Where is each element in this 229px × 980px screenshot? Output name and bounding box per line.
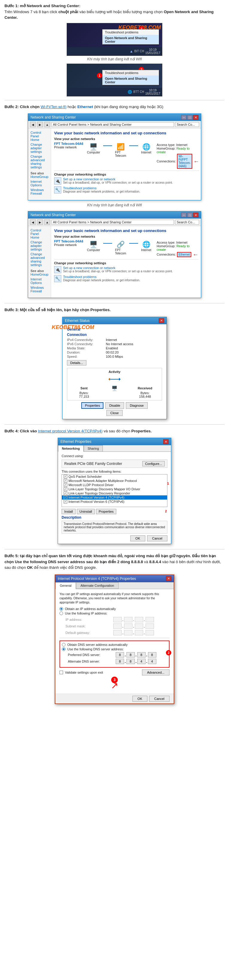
gw-box-4[interactable]	[146, 630, 154, 635]
sidebar-ieoptions-eth[interactable]: Internet Options	[30, 277, 48, 285]
ipv4-cancel-btn[interactable]: Cancel	[149, 696, 170, 702]
diagnose-button-eth[interactable]: Diagnose	[126, 402, 147, 409]
radio-use-following-ip[interactable]: Use the following IP address:	[59, 611, 170, 615]
connections-eth-link[interactable]: Ethernet	[177, 252, 191, 257]
troubleshoot-link-eth[interactable]: Troubleshoot problems	[63, 275, 140, 278]
pref-dns-1[interactable]	[116, 652, 124, 657]
menu-item-open-network[interactable]: Open Network and Sharing Center	[102, 35, 159, 44]
radio-dns-manual[interactable]: Use the following DNS server address:	[62, 648, 167, 651]
sidebar-panel-home-eth[interactable]: Control Panel Home	[30, 228, 48, 239]
validate-checkbox[interactable]	[59, 671, 63, 674]
eth-status-close-btn[interactable]: ✕	[159, 318, 164, 323]
maximize-button-eth[interactable]: □	[187, 213, 192, 217]
eth-status-titlebar: Ethernet Status ✕	[62, 317, 167, 324]
sidebar-adapter-wifi[interactable]: Change adapter settings	[30, 143, 48, 153]
checkbox-lltd-mapper[interactable]	[64, 487, 67, 491]
subnet-box-2[interactable]	[124, 624, 133, 629]
network-name-wifi[interactable]: FPT Telecom-04A6	[54, 142, 84, 145]
maximize-button-wifi[interactable]: □	[187, 115, 192, 120]
checkbox-qos[interactable]	[64, 475, 67, 478]
network-name-eth[interactable]: FPT Telecom-04A6	[54, 239, 84, 243]
sidebar-sharing-eth[interactable]: Change advanced sharing settings	[30, 252, 48, 267]
eth-props-close-btn[interactable]: ✕	[163, 439, 169, 444]
up-button-wifi[interactable]: ▲	[44, 122, 50, 127]
sidebar-firewall-eth[interactable]: Windows Firewall	[30, 286, 48, 293]
pref-dns-4[interactable]	[148, 652, 156, 657]
sidebar-homegroup-eth[interactable]: HomeGroup	[30, 273, 48, 276]
details-button[interactable]: Details...	[67, 360, 86, 366]
ipv4-close-btn[interactable]: ✕	[166, 576, 171, 581]
up-button-eth[interactable]: ▲	[44, 220, 50, 225]
tab-networking[interactable]: Networking	[58, 445, 84, 452]
troubleshoot-link[interactable]: Troubleshoot problems	[63, 186, 140, 190]
eth-status-body: General Connection IPv4 Connectivity: In…	[62, 324, 167, 419]
sidebar-panel-home-wifi[interactable]: Control Panel Home	[30, 131, 48, 142]
sidebar-sharing-wifi[interactable]: Change advanced sharing settings	[30, 155, 48, 169]
ip-addr-boxes: . . .	[113, 617, 154, 622]
checkbox-lldp[interactable]	[64, 483, 67, 487]
properties-button-eth[interactable]: Properties	[81, 402, 103, 409]
search-bar-wifi[interactable]: Search Co...	[175, 122, 199, 127]
ip-box-2[interactable]	[124, 617, 133, 622]
alt-dns-2[interactable]	[127, 659, 135, 664]
props-ok-btn[interactable]: OK	[130, 535, 145, 541]
setup-link-eth[interactable]: Set up a new connection or network	[63, 266, 173, 270]
checkbox-mnam[interactable]	[64, 479, 67, 482]
forward-button-wifi[interactable]: ▶	[37, 122, 43, 127]
setup-link[interactable]: Set up a new connection or network	[63, 177, 173, 181]
tab-sharing[interactable]: Sharing	[84, 445, 103, 452]
ip-box-1[interactable]	[113, 617, 122, 622]
pref-dns-2[interactable]	[127, 652, 135, 657]
connections-wifi-link[interactable]: Wi-Fi(FPT Telecom-04A6)	[177, 154, 192, 169]
back-button-wifi[interactable]: ◀	[30, 122, 36, 127]
menu-item-troubleshoot[interactable]: Troubleshoot problems	[102, 30, 159, 35]
ipv4-tab-general[interactable]: General	[55, 582, 76, 589]
back-button-eth[interactable]: ◀	[30, 220, 36, 225]
subnet-box-3[interactable]	[135, 624, 143, 629]
properties-button-props[interactable]: Properties	[96, 509, 116, 514]
nsc-titlebar-wifi: Network and Sharing Center ─ □ ✕	[28, 114, 201, 121]
ipv4-tab-alt[interactable]: Alternate Configuration	[76, 582, 119, 589]
gw-box-2[interactable]	[124, 630, 133, 635]
uninstall-button[interactable]: Uninstall	[77, 509, 95, 514]
advanced-button[interactable]: Advanced...	[142, 670, 170, 675]
radio-obtain-auto[interactable]: Obtain an IP address automatically	[59, 607, 170, 611]
minimize-button-wifi[interactable]: ─	[181, 115, 187, 120]
install-button[interactable]: Install	[62, 509, 76, 514]
minimize-button-eth[interactable]: ─	[181, 213, 187, 217]
checkbox-ipv6[interactable]	[64, 500, 67, 503]
search-bar-eth[interactable]: Search Co...	[175, 220, 199, 224]
sidebar-homegroup-wifi[interactable]: HomeGroup	[30, 175, 48, 178]
subnet-box-4[interactable]	[146, 624, 154, 629]
forward-button-eth[interactable]: ▶	[37, 220, 43, 225]
sidebar-firewall-wifi[interactable]: Windows Firewall	[30, 188, 48, 195]
eth-media-val: Enabled	[106, 346, 162, 350]
checkbox-lltd-resp[interactable]	[64, 492, 67, 495]
close-button-dialog[interactable]: Close	[106, 410, 123, 416]
ipv4-ok-btn[interactable]: OK	[133, 696, 147, 702]
list-item-ipv4[interactable]: Internet Protocol Version 4 (TCP/IPv4)	[62, 495, 167, 500]
radio-dns-auto[interactable]: Obtain DNS server address automatically	[62, 643, 167, 646]
alt-dns-1[interactable]	[116, 659, 124, 664]
menu-item-troubleshoot-2[interactable]: Troubleshoot problems	[102, 70, 159, 76]
checkbox-ipv4[interactable]	[64, 496, 67, 499]
subnet-box-1[interactable]	[113, 624, 122, 629]
gw-box-1[interactable]	[113, 630, 122, 635]
ip-box-3[interactable]	[135, 617, 143, 622]
alt-dns-3[interactable]	[137, 659, 146, 664]
router-icon: 🔗	[117, 241, 125, 248]
disable-button-eth[interactable]: Disable	[105, 402, 124, 409]
close-button-eth[interactable]: ✕	[193, 213, 199, 217]
props-cancel-btn[interactable]: Cancel	[147, 535, 167, 541]
pref-dns-3[interactable]	[137, 652, 146, 657]
menu-item-open-network-2[interactable]: Open Network and Sharing Center	[102, 76, 159, 85]
ip-box-4[interactable]	[146, 617, 154, 622]
gw-box-3[interactable]	[135, 630, 143, 635]
troubleshoot-item: 🔧 Troubleshoot problems Diagnose and rep…	[54, 186, 199, 194]
close-button-wifi[interactable]: ✕	[193, 115, 199, 120]
sidebar-ieoptions-wifi[interactable]: Internet Options	[30, 180, 48, 187]
configure-button[interactable]: Configure...	[142, 461, 165, 466]
alt-dns-4[interactable]	[148, 659, 156, 664]
sidebar-adapter-eth[interactable]: Change adapter settings	[30, 240, 48, 251]
step4-title: Bước 4: Click vào Internet protocol Vers…	[5, 428, 224, 434]
